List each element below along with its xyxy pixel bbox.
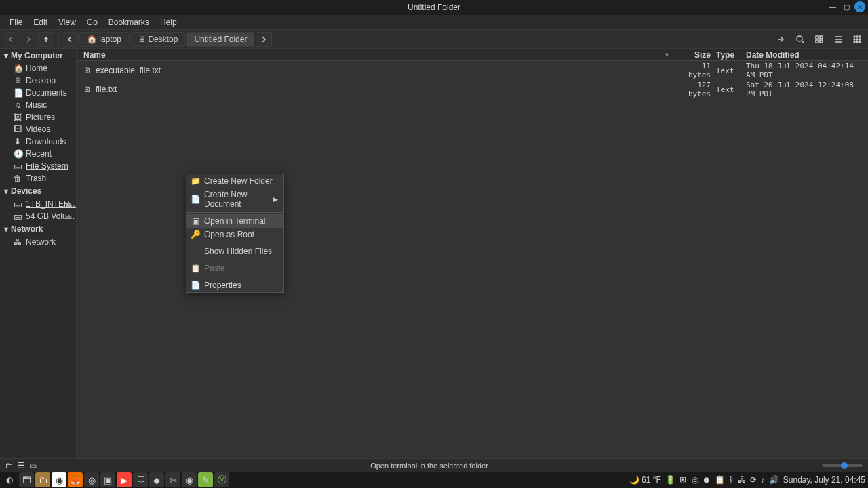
list-view-button[interactable] [830, 32, 846, 47]
place-icon: 🖴 [14, 211, 22, 221]
tray-weather[interactable]: 🌙 61 °F [629, 475, 661, 485]
zoom-slider[interactable] [822, 464, 863, 467]
sidebar-section-devices[interactable]: ▾ Devices [0, 184, 76, 198]
sidebar-item-trash[interactable]: 🗑Trash [0, 172, 76, 184]
compact-view-button[interactable] [849, 32, 865, 47]
sidebar-item-54-gb-volu-[interactable]: 🖴54 GB Volu… [0, 210, 76, 222]
app-discord[interactable]: 🗨 [133, 472, 148, 487]
app-files[interactable]: 🗀 [35, 472, 50, 487]
tray-battery-icon[interactable]: 🔋 [665, 475, 675, 485]
menu-view[interactable]: View [53, 16, 81, 28]
app-glade[interactable]: ✎ [198, 472, 213, 487]
path-forward-button[interactable] [256, 32, 272, 47]
app-generic-2[interactable]: ◆ [149, 472, 164, 487]
column-name[interactable]: Name [83, 50, 664, 60]
place-icon: 📄 [14, 88, 22, 98]
sidebar-item-1tb-inter-[interactable]: 🖴1TB_INTER… [0, 198, 76, 210]
tray-network-icon[interactable]: 🖧 [738, 475, 746, 485]
svg-point-7 [859, 36, 861, 37]
minimize-button[interactable]: — [827, 1, 838, 12]
toggle-location-button[interactable] [773, 32, 789, 47]
app-generic-1[interactable]: ▣ [100, 472, 115, 487]
menu-help[interactable]: Help [155, 16, 182, 28]
file-size: 11 bytes [675, 62, 716, 79]
app-obs[interactable]: ◉ [182, 472, 197, 487]
context-menu-properties[interactable]: 📄Properties [186, 279, 283, 292]
menu-edit[interactable]: Edit [28, 16, 53, 28]
sidebar-item-videos[interactable]: 🎞Videos [0, 123, 76, 136]
tray-record-icon[interactable]: ⏺ [703, 475, 711, 485]
column-size[interactable]: Size [675, 50, 716, 60]
svg-point-11 [854, 41, 855, 43]
column-type[interactable]: Type [716, 50, 746, 60]
back-button[interactable] [3, 32, 19, 47]
file-type: Text [716, 66, 746, 75]
tray-clock[interactable]: Sunday, July 21, 04:45 [783, 475, 865, 485]
breadcrumb-desktop[interactable]: 🖥 Desktop [130, 32, 185, 47]
app-show-desktop[interactable]: 🗔 [19, 472, 34, 487]
menu-item-icon: 📄 [191, 195, 200, 204]
sidebar-section-network[interactable]: ▾ Network [0, 222, 76, 236]
close-button[interactable]: ✕ [854, 1, 865, 12]
app-chrome[interactable]: ◉ [52, 472, 66, 487]
svg-point-5 [854, 36, 855, 37]
chevron-down-icon: ▾ [4, 51, 8, 60]
toolbar: 🏠 laptop 🖥 Desktop Untitled Folder [0, 30, 868, 49]
context-menu-show-hidden-files[interactable]: Show Hidden Files [186, 245, 283, 258]
file-row[interactable]: 🗎file.txt127 bytesTextSat 20 Jul 2024 12… [77, 80, 868, 99]
breadcrumb-laptop[interactable]: 🏠 laptop [79, 32, 129, 47]
tray-clipboard-icon[interactable]: 📋 [715, 475, 725, 485]
context-menu-separator [186, 277, 283, 277]
svg-rect-3 [816, 40, 818, 43]
sidebar-item-file-system[interactable]: 🖴File System [0, 160, 76, 172]
path-back-button[interactable] [62, 32, 78, 47]
tray-nvidia-icon[interactable]: ◎ [692, 475, 698, 485]
tray-music-icon[interactable]: ♪ [761, 475, 765, 485]
column-header[interactable]: Name ▼ Size Type Date Modified [77, 49, 868, 61]
context-menu-separator [186, 260, 283, 260]
sidebar-item-network[interactable]: 🖧Network [0, 236, 76, 248]
menu-item-icon: 🔑 [191, 230, 200, 239]
show-treeview-icon[interactable]: ☰ [18, 461, 25, 470]
tray-shield-icon[interactable]: ⛨ [679, 475, 688, 485]
sidebar-item-downloads[interactable]: ⬇Downloads [0, 136, 76, 148]
place-icon: 🖥 [14, 76, 22, 85]
file-name: file.txt [96, 85, 117, 94]
file-row[interactable]: 🗎executable_file.txt11 bytesTextThu 18 J… [77, 61, 868, 80]
file-icon: 🗎 [83, 85, 92, 94]
menu-bookmarks[interactable]: Bookmarks [103, 16, 155, 28]
start-menu-button[interactable]: ◐ [3, 473, 16, 487]
app-kdenlive[interactable]: ✄ [165, 472, 180, 487]
app-media[interactable]: ▶ [117, 472, 132, 487]
sidebar-section-my-computer[interactable]: ▾ My Computer [0, 49, 76, 62]
context-menu-create-new-folder[interactable]: 📁Create New Folder [186, 174, 283, 188]
sidebar-item-documents[interactable]: 📄Documents [0, 87, 76, 99]
hide-sidebar-icon[interactable]: ▭ [29, 461, 37, 470]
sidebar-item-pictures[interactable]: 🖼Pictures [0, 111, 76, 123]
search-button[interactable] [792, 32, 808, 47]
icon-view-button[interactable] [811, 32, 827, 47]
breadcrumb-untitled-folder[interactable]: Untitled Folder [186, 32, 254, 47]
app-firefox[interactable]: 🦊 [68, 472, 83, 487]
sidebar-item-recent[interactable]: 🕘Recent [0, 148, 76, 160]
app-mint[interactable]: Ⓜ [214, 472, 229, 487]
sidebar-item-desktop[interactable]: 🖥Desktop [0, 75, 76, 87]
tray-bluetooth-icon[interactable]: ᛒ [729, 475, 734, 485]
sidebar-item-music[interactable]: ♫Music [0, 99, 76, 111]
place-icon: 🕘 [14, 149, 22, 159]
context-menu-open-in-terminal[interactable]: ▣Open in Terminal [186, 214, 283, 228]
tray-volume-icon[interactable]: 🔊 [769, 475, 779, 485]
context-menu-open-as-root[interactable]: 🔑Open as Root [186, 228, 283, 241]
app-steam[interactable]: ◎ [84, 472, 99, 487]
column-date[interactable]: Date Modified [746, 50, 861, 60]
forward-button[interactable] [20, 32, 37, 47]
menu-go[interactable]: Go [81, 16, 103, 28]
tray-updates-icon[interactable]: ⟳ [750, 475, 757, 485]
place-icon: 🖼 [14, 113, 22, 122]
sidebar-item-home[interactable]: 🏠Home [0, 62, 76, 75]
context-menu-create-new-document[interactable]: 📄Create New Document▶ [186, 188, 283, 211]
maximize-button[interactable]: ▢ [841, 1, 852, 12]
up-button[interactable] [38, 32, 54, 47]
menu-file[interactable]: File [4, 16, 28, 28]
show-places-icon[interactable]: 🗀 [5, 461, 14, 470]
